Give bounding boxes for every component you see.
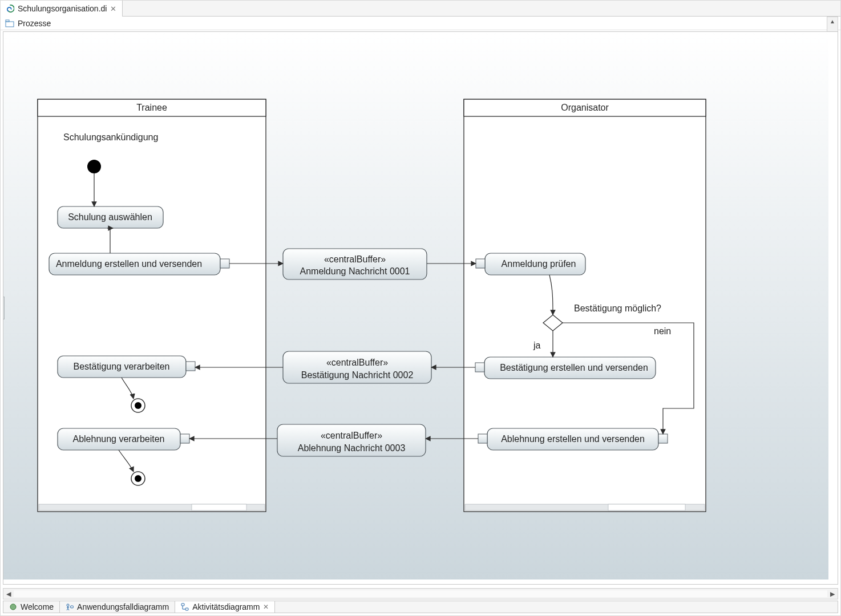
svg-text:«centralBuffer»: «centralBuffer» [321,431,382,440]
svg-text:Bestätigung erstellen und vers: Bestätigung erstellen und versenden [500,363,648,372]
svg-text:Bestätigung Nachricht 0002: Bestätigung Nachricht 0002 [301,370,414,380]
scroll-left-icon[interactable]: ◀ [3,590,14,598]
tab-activity[interactable]: Aktivitätsdiagramm ✕ [175,601,275,613]
horizontal-scrollbar[interactable]: ◀ ▶ [3,588,838,599]
input-pin[interactable] [186,362,195,371]
scroll-track[interactable] [14,590,827,597]
editor-tabs: Schulungsorganisation.di ✕ [1,1,840,17]
svg-text:Ablehnung verarbeiten: Ablehnung verarbeiten [72,434,164,444]
svg-text:Bestätigung verarbeiten: Bestätigung verarbeiten [74,362,170,371]
svg-text:Anmeldung prüfen: Anmeldung prüfen [502,259,576,269]
breadcrumb-label: Prozesse [18,19,51,28]
inner-tabs: Welcome Anwendungsfalldiagramm Aktivität… [3,601,838,613]
central-buffer-1[interactable]: «centralBuffer» Anmeldung Nachricht 0001 [283,249,427,279]
tab-activity-label: Aktivitätsdiagramm [192,602,260,611]
svg-point-41 [70,606,74,608]
tab-welcome[interactable]: Welcome [3,601,60,613]
action-process-confirmation[interactable]: Bestätigung verarbeiten [58,356,195,378]
output-pin[interactable] [478,434,487,443]
usecase-icon [66,603,74,611]
action-process-rejection[interactable]: Ablehnung verarbeiten [58,428,189,450]
svg-text:Ablehnung erstellen und versen: Ablehnung erstellen und versenden [501,434,645,444]
swimlane-trainee-title: Trainee [136,103,167,112]
action-create-confirmation[interactable]: Bestätigung erstellen und versenden [475,357,656,379]
scroll-right-icon[interactable]: ▶ [827,590,838,598]
svg-rect-10 [608,504,685,510]
output-pin[interactable] [475,363,484,372]
app-window: Schulungsorganisation.di ✕ Prozesse ▲ ▼ [0,0,841,616]
activity-icon [181,603,189,611]
svg-rect-0 [6,22,14,27]
papyrus-icon [6,5,14,13]
sash-handle[interactable] [3,297,5,319]
output-pin[interactable] [220,259,229,268]
guard-yes: ja [533,341,541,350]
svg-text:«centralBuffer»: «centralBuffer» [326,358,388,367]
editor-tab-schulungsorganisation[interactable]: Schulungsorganisation.di ✕ [1,1,123,17]
package-icon [5,19,14,28]
svg-rect-42 [181,603,184,606]
tab-usecase-label: Anwendungsfalldiagramm [77,602,169,611]
central-buffer-3[interactable]: «centralBuffer» Ablehnung Nachricht 0003 [277,424,426,456]
svg-point-38 [135,475,141,482]
svg-rect-6 [192,504,246,510]
input-pin[interactable] [476,259,485,268]
diagram-canvas[interactable]: Trainee Organisator Schulungsankündigung… [3,31,838,585]
svg-text:«centralBuffer»: «centralBuffer» [324,254,386,264]
input-pin[interactable] [180,434,189,443]
label-decision: Bestätigung möglich? [574,303,661,313]
action-create-registration[interactable]: Anmeldung erstellen und versenden [49,253,229,275]
svg-text:Anmeldung erstellen und versen: Anmeldung erstellen und versenden [56,259,202,269]
close-icon[interactable]: ✕ [110,5,116,13]
action-check-registration[interactable]: Anmeldung prüfen [476,253,585,275]
swimlane-organisator-title: Organisator [561,103,609,112]
breadcrumb[interactable]: Prozesse [1,17,840,30]
activity-diagram: Trainee Organisator Schulungsankündigung… [3,32,828,579]
close-icon[interactable]: ✕ [263,603,269,611]
welcome-icon [9,603,17,611]
action-create-rejection[interactable]: Ablehnung erstellen und versenden [478,428,668,450]
tab-welcome-label: Welcome [21,602,54,611]
tab-usecase[interactable]: Anwendungsfalldiagramm [60,601,175,613]
svg-point-40 [67,604,69,606]
svg-text:Schulung auswählen: Schulung auswählen [68,212,152,222]
svg-point-36 [135,402,141,409]
svg-rect-43 [185,608,188,610]
guard-no: nein [654,326,671,336]
svg-point-39 [10,604,16,610]
svg-rect-1 [6,20,9,22]
action-select-training[interactable]: Schulung auswählen [58,206,163,228]
scroll-up-icon[interactable]: ▲ [830,18,835,25]
editor-tab-label: Schulungsorganisation.di [18,4,107,13]
initial-node[interactable] [87,160,101,173]
input-pin[interactable] [658,434,668,443]
label-announcement[interactable]: Schulungsankündigung [63,132,158,142]
central-buffer-2[interactable]: «centralBuffer» Bestätigung Nachricht 00… [283,351,431,383]
svg-text:Ablehnung Nachricht 0003: Ablehnung Nachricht 0003 [298,443,406,453]
svg-text:Anmeldung Nachricht 0001: Anmeldung Nachricht 0001 [300,266,410,276]
